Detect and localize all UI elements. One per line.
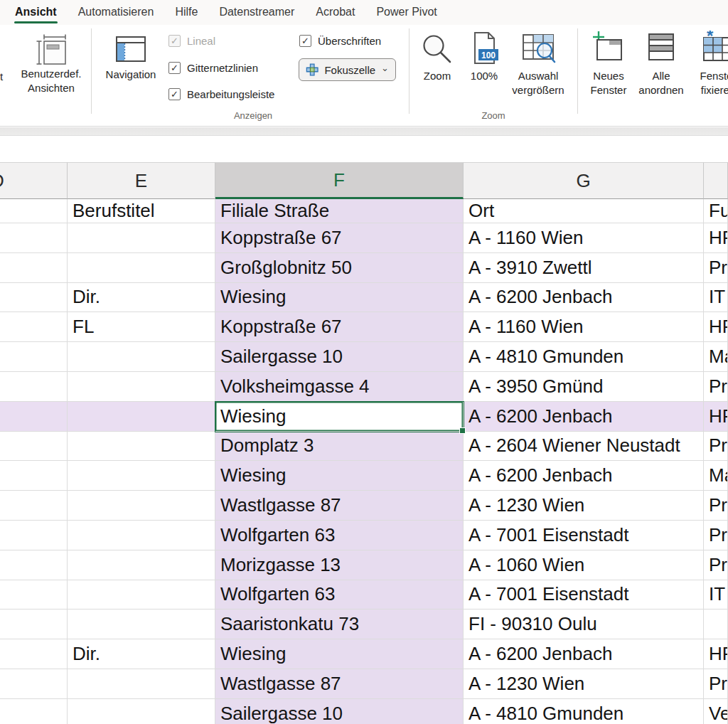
cell[interactable]: Pr	[704, 491, 728, 521]
cell[interactable]: Dir.	[68, 283, 215, 313]
cell[interactable]: HR	[704, 639, 728, 669]
focus-cell-button[interactable]: Fokuszelle ⌄	[299, 58, 396, 81]
cell[interactable]: A - 7001 Eisenstadt	[464, 521, 704, 550]
cell[interactable]	[0, 580, 68, 610]
column-header-F[interactable]: F	[215, 162, 464, 199]
cell[interactable]	[68, 491, 215, 521]
custom-views-button[interactable]: Benutzerdef. Ansichten	[11, 28, 91, 95]
cell[interactable]	[0, 432, 68, 462]
cell[interactable]: A - 3950 Gmünd	[464, 372, 704, 402]
cell[interactable]: Pr	[704, 550, 728, 580]
cell[interactable]: Wastlgasse 87	[215, 491, 464, 521]
cell[interactable]	[68, 699, 215, 724]
cell[interactable]	[68, 253, 215, 283]
cell[interactable]	[0, 521, 68, 550]
cell[interactable]: Wiesing	[215, 639, 464, 669]
cell[interactable]: A - 6200 Jenbach	[464, 461, 704, 491]
cell[interactable]: Volksheimgasse 4	[215, 372, 464, 402]
cell[interactable]	[68, 342, 215, 372]
cell[interactable]: Filiale Straße	[215, 199, 464, 223]
cell[interactable]: HR	[704, 312, 728, 342]
cell[interactable]	[0, 461, 68, 491]
cell[interactable]	[68, 550, 215, 580]
cell[interactable]: A - 6200 Jenbach	[464, 283, 704, 313]
cell[interactable]	[68, 609, 215, 639]
freeze-panes-button[interactable]: * Fenster fixieren	[685, 31, 728, 97]
zoom-to-selection-button[interactable]: Auswahl vergrößern	[504, 31, 572, 97]
tab-power-pivot[interactable]: Power Pivot	[365, 0, 447, 25]
cell[interactable]: A - 2604 Wiener Neustadt	[464, 432, 704, 462]
cell[interactable]: A - 7001 Eisenstadt	[464, 580, 704, 610]
cell[interactable]	[0, 283, 68, 313]
column-header-D[interactable]: D	[0, 162, 68, 199]
cell[interactable]: Morizgasse 13	[215, 550, 464, 580]
cell[interactable]: Ma	[704, 461, 728, 491]
cell[interactable]: Wastlgasse 87	[215, 669, 464, 699]
cell[interactable]: A - 6200 Jenbach	[464, 639, 704, 669]
cell[interactable]: HR	[704, 402, 728, 432]
tab-acrobat[interactable]: Acrobat	[305, 0, 365, 25]
tab-ansicht[interactable]: Ansicht	[4, 0, 68, 25]
cell[interactable]: A - 1160 Wien	[464, 223, 704, 253]
cell[interactable]	[68, 521, 215, 550]
cell[interactable]	[0, 372, 68, 402]
cell[interactable]: Pr	[704, 669, 728, 699]
column-header-E[interactable]: E	[68, 162, 215, 199]
cell[interactable]: IT	[704, 283, 728, 313]
cell[interactable]	[0, 312, 68, 342]
cell[interactable]	[0, 669, 68, 699]
cell[interactable]: Wiesing	[215, 461, 464, 491]
cell[interactable]	[0, 199, 68, 223]
zoom-button[interactable]: Zoom	[411, 31, 464, 83]
active-cell[interactable]: Wiesing	[215, 402, 464, 432]
checkbox-lineal[interactable]: ✓ Lineal	[168, 35, 215, 47]
cell[interactable]: A - 4810 Gmunden	[464, 342, 704, 372]
tab-datenstreamer[interactable]: Datenstreamer	[208, 0, 305, 25]
cell[interactable]	[68, 223, 215, 253]
cell[interactable]: Koppstraße 67	[215, 223, 464, 253]
cell[interactable]: Großglobnitz 50	[215, 253, 464, 283]
cell[interactable]	[68, 372, 215, 402]
column-header-clipped[interactable]	[704, 162, 728, 199]
cell[interactable]: A - 1060 Wien	[464, 550, 704, 580]
cell[interactable]: A - 1230 Wien	[464, 669, 704, 699]
cell[interactable]: Domplatz 3	[215, 432, 464, 462]
cell[interactable]: FL	[68, 312, 215, 342]
cell[interactable]: Sailergasse 10	[215, 699, 464, 724]
cell[interactable]: Ve	[704, 699, 728, 724]
cell[interactable]	[68, 432, 215, 462]
cell[interactable]: A - 3910 Zwettl	[464, 253, 704, 283]
cell[interactable]	[68, 461, 215, 491]
cell[interactable]: Fu	[704, 199, 728, 223]
cell[interactable]	[0, 491, 68, 521]
cell[interactable]: Sailergasse 10	[215, 342, 464, 372]
cell[interactable]	[68, 669, 215, 699]
cell[interactable]	[0, 253, 68, 283]
cell[interactable]: IT	[704, 580, 728, 610]
cell[interactable]: Ort	[464, 199, 704, 223]
tab-hilfe[interactable]: Hilfe	[164, 0, 208, 25]
cell[interactable]: A - 6200 Jenbach	[464, 402, 704, 432]
cell[interactable]: A - 1160 Wien	[464, 312, 704, 342]
cell[interactable]: Pr	[704, 253, 728, 283]
cell[interactable]: Wolfgarten 63	[215, 580, 464, 610]
cell[interactable]	[0, 223, 68, 253]
cell[interactable]	[0, 699, 68, 724]
navigation-button[interactable]: Navigation	[97, 35, 165, 82]
cell[interactable]: FI - 90310 Oulu	[464, 609, 704, 639]
cell[interactable]: HR	[704, 223, 728, 253]
cell[interactable]	[0, 550, 68, 580]
checkbox-ueberschriften[interactable]: ✓ Überschriften	[299, 35, 381, 47]
cell[interactable]: Pr	[704, 432, 728, 462]
cell[interactable]: Saaristonkatu 73	[215, 609, 464, 639]
cell[interactable]	[704, 609, 728, 639]
cell[interactable]: A - 4810 Gmunden	[464, 699, 704, 724]
cell[interactable]: A - 1230 Wien	[464, 491, 704, 521]
arrange-all-button[interactable]: Alle anordnen	[630, 31, 692, 97]
checkbox-gitternetzlinien[interactable]: ✓ Gitternetzlinien	[168, 62, 258, 74]
cell[interactable]: Dir.	[68, 639, 215, 669]
zoom-100-button[interactable]: 100 100%	[461, 31, 508, 83]
cell[interactable]: Wiesing	[215, 283, 464, 313]
cell[interactable]: Wolfgarten 63	[215, 521, 464, 550]
cell[interactable]	[68, 402, 215, 432]
